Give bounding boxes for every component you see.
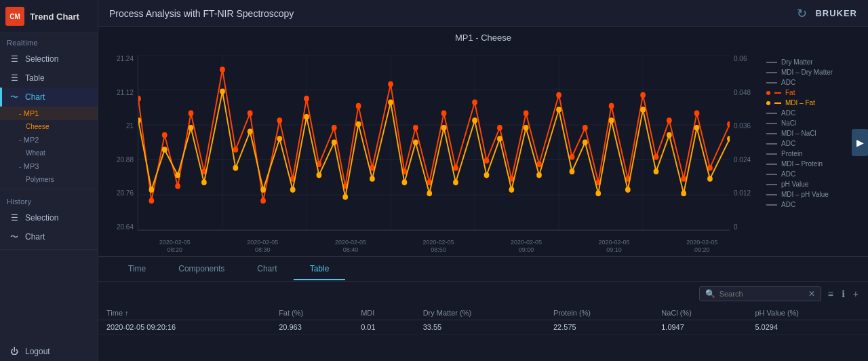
table-toolbar: 🔍 ✕ ≡ ℹ + — [98, 282, 868, 306]
legend-adc-4[interactable]: ADC — [766, 170, 849, 178]
svg-point-96 — [707, 176, 713, 182]
search-box[interactable]: 🔍 ✕ — [699, 286, 821, 301]
legend-nacl[interactable]: NaCl — [766, 119, 849, 128]
sidebar-sub-mp3-polymers[interactable]: Polymers — [0, 173, 98, 186]
sidebar-item-logout[interactable]: ⏻ Logout — [0, 342, 98, 361]
tab-chart[interactable]: Chart — [241, 259, 293, 280]
svg-point-61 — [220, 88, 225, 94]
svg-point-73 — [388, 99, 393, 105]
svg-point-66 — [290, 187, 296, 193]
sidebar-sub-mp1-cheese[interactable]: Cheese — [0, 120, 98, 133]
search-clear-icon[interactable]: ✕ — [808, 289, 815, 299]
svg-point-20 — [248, 111, 253, 117]
svg-point-88 — [595, 191, 601, 197]
search-input[interactable] — [719, 290, 804, 298]
svg-point-85 — [556, 107, 561, 113]
x-label-4: 2020-02-0508:50 — [422, 239, 454, 254]
col-header-time[interactable]: Time ↑ — [98, 306, 271, 320]
bruker-logo: BRUKER — [815, 8, 857, 18]
svg-point-79 — [472, 117, 477, 124]
add-icon[interactable]: + — [852, 287, 860, 301]
col-header-mdi[interactable]: MDI — [353, 306, 415, 320]
sidebar-sub-mp2-wheat[interactable]: Wheat — [0, 147, 98, 159]
col-header-protein[interactable]: Protein (%) — [545, 306, 653, 320]
svg-point-90 — [625, 187, 631, 193]
legend-mdi-protein[interactable]: MDI – Protein — [766, 159, 849, 168]
svg-point-13 — [149, 197, 155, 204]
legend-mdi-ph[interactable]: MDI – pH Value — [766, 190, 849, 199]
power-icon: ⏻ — [9, 346, 20, 357]
legend-fat[interactable]: Fat — [766, 88, 849, 97]
filter-icon[interactable]: ≡ — [827, 287, 835, 301]
refresh-icon[interactable]: ↻ — [797, 6, 807, 21]
sidebar-item-realtime-chart[interactable]: 〜 Chart — [0, 88, 98, 107]
legend-mdi-fat[interactable]: MDI – Fat — [766, 98, 849, 107]
info-icon[interactable]: ℹ — [840, 287, 846, 301]
legend-dry-matter[interactable]: Dry Matter — [766, 58, 849, 66]
col-header-ph[interactable]: pH Value (%) — [747, 306, 868, 320]
col-header-nacl[interactable]: NaCl (%) — [653, 306, 747, 320]
cell-mdi: 0.01 — [353, 320, 415, 335]
svg-point-48 — [640, 92, 646, 98]
legend-adc-5[interactable]: ADC — [766, 200, 849, 209]
svg-point-16 — [189, 111, 194, 117]
svg-point-89 — [609, 117, 614, 124]
svg-point-52 — [694, 111, 700, 117]
sidebar-item-history-chart[interactable]: 〜 Chart — [0, 227, 98, 246]
col-header-dry-matter[interactable]: Dry Matter (%) — [415, 306, 545, 320]
legend-adc-3[interactable]: ADC — [766, 139, 849, 148]
svg-point-54 — [727, 121, 730, 128]
sidebar-item-realtime-selection[interactable]: ☰ Selection — [0, 50, 98, 69]
chart-next-button[interactable]: ▶ — [852, 129, 868, 156]
svg-point-97 — [727, 136, 730, 142]
svg-point-28 — [356, 103, 361, 109]
x-label-1: 2020-02-0508:20 — [159, 239, 191, 254]
sidebar-divider-2 — [0, 249, 98, 250]
svg-point-83 — [524, 125, 529, 131]
svg-point-42 — [556, 92, 561, 98]
svg-point-62 — [233, 165, 239, 171]
tab-table[interactable]: Table — [294, 259, 346, 280]
svg-point-24 — [304, 96, 309, 102]
sidebar: CM Trend Chart Realtime ☰ Selection ☰ Ta… — [0, 0, 98, 361]
app-logo-icon: CM — [5, 7, 24, 26]
chart-title: MP1 - Cheese — [98, 27, 868, 48]
svg-point-63 — [248, 128, 253, 134]
svg-point-35 — [453, 165, 458, 171]
svg-point-80 — [484, 172, 490, 178]
sidebar-divider — [0, 189, 98, 189]
legend-ph[interactable]: pH Value — [766, 180, 849, 189]
legend-protein[interactable]: Protein — [766, 149, 849, 158]
sidebar-item-label: Chart — [25, 92, 45, 102]
sidebar-item-history-selection[interactable]: ☰ Selection — [0, 208, 98, 227]
svg-point-38 — [497, 125, 502, 131]
svg-point-46 — [609, 103, 614, 109]
tab-components[interactable]: Components — [162, 259, 241, 280]
legend-mdi-nacl[interactable]: MDI – NaCl — [766, 129, 849, 138]
svg-point-32 — [413, 125, 418, 131]
svg-point-74 — [402, 180, 408, 186]
sidebar-sub-mp3[interactable]: - MP3 — [0, 159, 98, 173]
legend-adc-1[interactable]: ADC — [766, 78, 849, 87]
legend-adc-2[interactable]: ADC — [766, 109, 849, 117]
sidebar-sub-mp1[interactable]: - MP1 — [0, 107, 98, 120]
tab-bar: Time Components Chart Table — [98, 257, 868, 282]
cell-ph: 5.0294 — [747, 320, 868, 335]
svg-point-30 — [388, 81, 393, 88]
cell-nacl: 1.0947 — [653, 320, 747, 335]
legend-mdi-dry-matter[interactable]: MDI – Dry Matter — [766, 68, 849, 77]
mp3-polymers-label: Polymers — [26, 176, 54, 183]
sidebar-sub-mp2[interactable]: - MP2 — [0, 133, 98, 147]
tab-time[interactable]: Time — [112, 259, 162, 280]
page-title: Process Analysis with FT-NIR Spectroscop… — [109, 8, 294, 19]
sidebar-item-label: Chart — [25, 232, 45, 242]
x-label-7: 2020-02-0509:20 — [686, 239, 717, 254]
x-label-6: 2020-02-0509:10 — [599, 239, 630, 254]
sidebar-item-realtime-table[interactable]: ☰ Table — [0, 69, 98, 88]
col-header-fat[interactable]: Fat (%) — [271, 306, 353, 320]
mp1-label: - MP1 — [19, 109, 39, 117]
svg-point-94 — [681, 191, 686, 197]
svg-point-44 — [583, 125, 588, 131]
chart-wrapper: 21.24 21.12 21 20.88 20.76 20.64 — [105, 55, 868, 231]
sidebar-item-label: Table — [25, 73, 45, 83]
